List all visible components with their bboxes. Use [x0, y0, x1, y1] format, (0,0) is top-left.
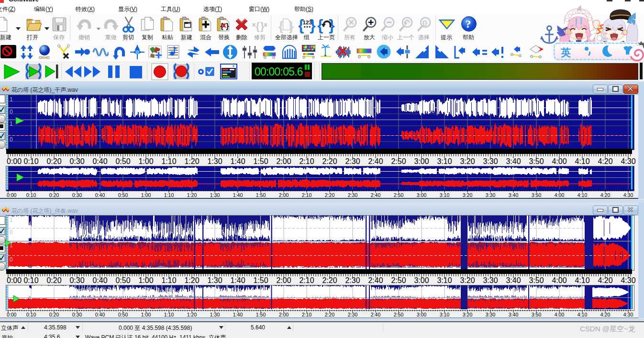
- svg-text:英: 英: [560, 47, 571, 58]
